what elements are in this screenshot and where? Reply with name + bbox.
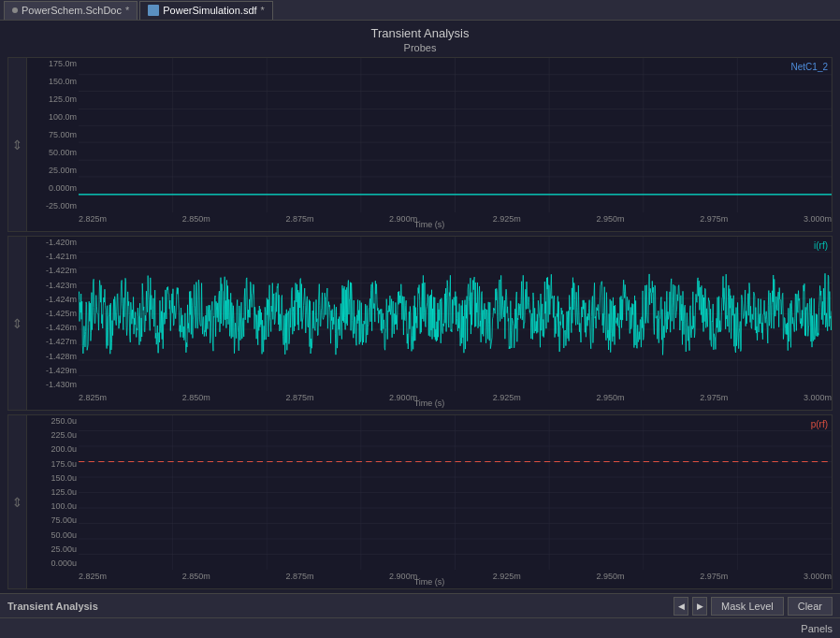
chart-panel-3: ⇔ 250.0u 225.0u 200.0u 175.0u 150.0u 125… (7, 414, 833, 589)
nav-next-btn[interactable]: ▶ (692, 597, 707, 616)
resize-icon-2: ⇔ (10, 318, 25, 329)
y-axis-handle-2[interactable]: ⇔ (8, 237, 27, 410)
chart-plot-1[interactable] (79, 58, 832, 212)
chart-title: Transient Analysis (0, 21, 840, 42)
tab-modified-sdf: * (261, 5, 265, 16)
chart-svg-3 (79, 415, 832, 570)
mask-level-button[interactable]: Mask Level (711, 597, 784, 616)
status-bar: Panels (0, 617, 840, 638)
charts-container: ⇔ 175.0m 150.0m 125.0m 100.0m 75.00m 50.… (0, 57, 840, 593)
y-axis-handle-1[interactable]: ⇔ (8, 58, 27, 231)
chart-plot-3[interactable] (79, 415, 832, 570)
chart-plot-2[interactable] (79, 237, 832, 391)
y-axis-1: 175.0m 150.0m 125.0m 100.0m 75.00m 50.00… (27, 58, 79, 212)
chart-panel-1: ⇔ 175.0m 150.0m 125.0m 100.0m 75.00m 50.… (7, 57, 833, 232)
chart-svg-1 (79, 58, 832, 212)
clear-button[interactable]: Clear (788, 597, 833, 616)
tab-label-sdf: PowerSimulation.sdf (163, 5, 256, 16)
chart-panel-2: ⇔ -1.420m -1.421m -1.422m -1.423m -1.424… (7, 236, 833, 411)
nav-prev-btn[interactable]: ◀ (673, 597, 688, 616)
tab-label-schdoc: PowerSchem.SchDoc (22, 5, 122, 16)
chart-inner-1: 175.0m 150.0m 125.0m 100.0m 75.00m 50.00… (27, 58, 832, 231)
x-axis-title-3: Time (s) (27, 577, 832, 587)
panels-button[interactable]: Panels (801, 623, 833, 634)
bottom-bar: Transient Analysis ◀ ▶ Mask Level Clear (0, 593, 840, 617)
probes-label: Probes (0, 42, 840, 57)
title-bar: PowerSchem.SchDoc * PowerSimulation.sdf … (0, 0, 840, 21)
x-axis-title-1: Time (s) (27, 220, 832, 229)
tab-icon-sdf (148, 5, 159, 16)
resize-icon-1: ⇔ (10, 139, 25, 151)
tab-schdoc[interactable]: PowerSchem.SchDoc * (4, 1, 138, 20)
chart-svg-2 (79, 237, 832, 391)
series-label-2: i(rf) (814, 240, 828, 251)
bottom-right-controls: ◀ ▶ Mask Level Clear (673, 597, 833, 616)
y-axis-handle-3[interactable]: ⇔ (8, 415, 27, 588)
x-axis-title-2: Time (s) (27, 399, 832, 408)
series-label-1: NetC1_2 (791, 62, 828, 72)
y-axis-2: -1.420m -1.421m -1.422m -1.423m -1.424m … (27, 237, 79, 391)
chart-inner-2: -1.420m -1.421m -1.422m -1.423m -1.424m … (27, 237, 832, 410)
chart-inner-3: 250.0u 225.0u 200.0u 175.0u 150.0u 125.0… (27, 415, 832, 588)
tab-sdf[interactable]: PowerSimulation.sdf * (139, 1, 273, 20)
tab-modified-schdoc: * (125, 5, 129, 16)
y-axis-3: 250.0u 225.0u 200.0u 175.0u 150.0u 125.0… (27, 415, 79, 570)
transient-analysis-label: Transient Analysis (7, 601, 98, 612)
resize-icon-3: ⇔ (10, 497, 25, 508)
tab-dot-schdoc (12, 7, 18, 13)
series-label-3: p(rf) (811, 419, 828, 429)
main-content: Transient Analysis Probes ⇔ 175.0m 150.0… (0, 21, 840, 593)
